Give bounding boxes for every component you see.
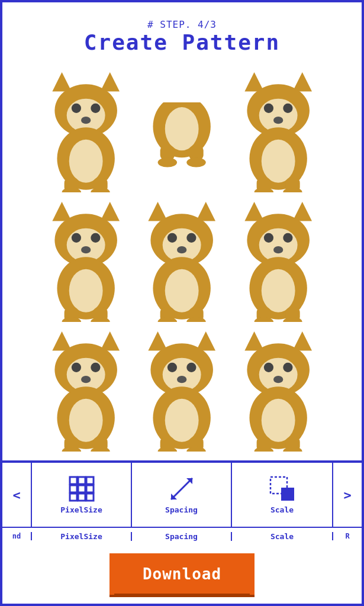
svg-point-75 <box>72 363 81 372</box>
svg-marker-84 <box>149 331 167 350</box>
spacing-button[interactable]: Spacing <box>132 463 232 527</box>
svg-point-18 <box>187 157 206 167</box>
svg-point-27 <box>261 140 295 183</box>
side-labels-items: PixelSize Spacing Scale <box>32 532 332 541</box>
svg-marker-33 <box>101 202 120 221</box>
svg-marker-110 <box>52 461 71 462</box>
list-item <box>230 327 326 456</box>
svg-rect-181 <box>86 494 94 501</box>
svg-point-50 <box>187 233 197 243</box>
app-container: # STEP. 4/3 Create Pattern <box>0 0 364 606</box>
svg-marker-32 <box>52 202 71 221</box>
svg-point-88 <box>167 363 177 372</box>
list-item <box>38 456 134 462</box>
svg-rect-179 <box>70 494 77 501</box>
scale-nav-label: Scale <box>232 532 332 541</box>
svg-marker-111 <box>101 461 120 462</box>
bottom-bar: Download <box>2 544 362 604</box>
svg-marker-98 <box>292 331 311 350</box>
svg-marker-59 <box>292 202 311 221</box>
download-button[interactable]: Download <box>109 553 255 595</box>
svg-point-49 <box>167 233 177 243</box>
toolbar-items: PixelSize Spacing Scale <box>32 463 332 527</box>
svg-rect-175 <box>86 477 94 484</box>
dashed-rect-icon <box>269 476 295 502</box>
svg-marker-124 <box>197 461 215 462</box>
svg-marker-136 <box>244 461 263 462</box>
pixel-size-nav-label: PixelSize <box>32 532 132 541</box>
svg-point-8 <box>69 140 103 183</box>
prev-nav-button[interactable]: < <box>2 463 32 527</box>
svg-point-51 <box>177 246 186 253</box>
svg-point-64 <box>273 246 283 253</box>
list-item <box>38 327 134 456</box>
svg-point-48 <box>163 228 201 262</box>
svg-point-100 <box>259 357 297 391</box>
svg-rect-174 <box>78 477 85 484</box>
list-item <box>134 327 230 456</box>
svg-point-17 <box>158 157 177 167</box>
svg-marker-85 <box>197 331 215 350</box>
svg-rect-186 <box>281 488 294 501</box>
list-item <box>230 67 326 197</box>
svg-point-6 <box>81 117 91 124</box>
svg-marker-123 <box>149 461 167 462</box>
svg-point-74 <box>67 357 105 391</box>
svg-point-101 <box>263 363 273 372</box>
svg-point-79 <box>69 398 103 441</box>
spacing-label: Spacing <box>165 505 198 514</box>
svg-point-62 <box>263 233 273 243</box>
svg-point-53 <box>165 269 199 312</box>
svg-point-22 <box>259 99 297 133</box>
svg-point-38 <box>81 246 91 253</box>
svg-marker-97 <box>244 331 263 350</box>
svg-point-23 <box>263 104 273 113</box>
svg-point-102 <box>283 363 292 372</box>
svg-marker-20 <box>292 72 311 91</box>
pattern-area <box>2 62 362 462</box>
svg-point-105 <box>261 398 295 441</box>
svg-point-35 <box>67 228 105 262</box>
svg-point-61 <box>259 228 297 262</box>
svg-marker-58 <box>244 202 263 221</box>
scale-label: Scale <box>270 505 294 514</box>
list-item <box>38 197 134 327</box>
page-title: Create Pattern <box>2 30 362 54</box>
svg-point-40 <box>69 269 103 312</box>
corgi-grid <box>2 62 362 460</box>
svg-marker-19 <box>244 72 263 91</box>
pixel-size-button[interactable]: PixelSize <box>32 463 132 527</box>
svg-point-4 <box>72 104 81 113</box>
svg-point-5 <box>91 104 100 113</box>
svg-point-77 <box>81 376 91 383</box>
list-item <box>230 197 326 327</box>
svg-point-25 <box>273 117 283 124</box>
scale-button[interactable]: Scale <box>232 463 332 527</box>
svg-line-182 <box>171 478 192 499</box>
next-nav-button[interactable]: > <box>332 463 362 527</box>
svg-point-87 <box>163 357 201 391</box>
svg-point-89 <box>187 363 197 372</box>
svg-marker-71 <box>52 331 71 350</box>
svg-point-14 <box>165 107 199 150</box>
svg-point-63 <box>283 233 292 243</box>
svg-point-36 <box>72 233 81 243</box>
right-side-label: R <box>332 532 362 540</box>
list-item <box>134 67 230 197</box>
svg-rect-178 <box>86 485 94 492</box>
svg-marker-137 <box>292 461 311 462</box>
arrows-icon <box>169 476 195 502</box>
spacing-nav-label: Spacing <box>132 532 232 541</box>
svg-marker-1 <box>101 72 120 91</box>
list-item <box>134 456 230 462</box>
list-item <box>38 67 134 197</box>
grid-icon <box>69 476 95 502</box>
svg-rect-177 <box>78 485 85 492</box>
svg-marker-45 <box>149 202 167 221</box>
svg-marker-46 <box>197 202 215 221</box>
svg-point-24 <box>283 104 292 113</box>
list-item <box>230 456 326 462</box>
left-side-label: nd <box>2 532 32 540</box>
svg-marker-0 <box>52 72 71 91</box>
svg-point-103 <box>273 376 283 383</box>
